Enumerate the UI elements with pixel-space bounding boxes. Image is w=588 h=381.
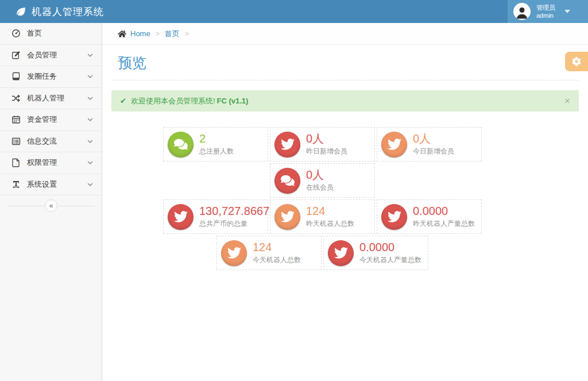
user-role: 管理员: [536, 3, 555, 11]
page-title: 预览: [111, 45, 579, 80]
sidebar-item-label: 系统设置: [27, 179, 57, 190]
breadcrumb-separator: >: [185, 30, 189, 38]
avatar: [513, 3, 531, 20]
chevron-down-icon: [87, 95, 94, 102]
home-icon: [118, 30, 126, 38]
user-menu[interactable]: 管理员 admin: [508, 0, 588, 23]
chevron-down-icon: [87, 138, 94, 145]
stat-card: 0.0000昨天机器人产量总数: [377, 199, 482, 234]
chevron-down-icon: [87, 73, 94, 80]
sidebar-item-7[interactable]: 权限管理: [0, 152, 102, 174]
twitter-icon: [274, 204, 300, 230]
stat-value: 0人: [306, 168, 334, 181]
sidebar-collapse-row: «: [0, 195, 102, 217]
chevron-down-icon: [87, 181, 94, 188]
edit-icon: [11, 51, 21, 60]
stat-row: 2总注册人数0人昨日新增会员0人今日新增会员: [163, 127, 588, 163]
gear-icon: [572, 57, 581, 66]
stat-card: 0人昨日新增会员: [270, 127, 375, 161]
stat-label: 今日新增会员: [413, 147, 454, 156]
stat-value: 124: [253, 241, 301, 253]
stat-row: 124今天机器人总数0.0000今天机器人产量总数: [216, 236, 588, 272]
person-icon: [515, 6, 529, 20]
stat-label: 在线会员: [306, 183, 334, 193]
sidebar-menu: 首页会员管理发圈任务机器人管理资金管理信息交流权限管理系统设置: [0, 23, 102, 195]
sidebar: 首页会员管理发圈任务机器人管理资金管理信息交流权限管理系统设置 «: [0, 23, 102, 381]
text-width-icon: [11, 180, 21, 189]
sidebar-item-label: 权限管理: [27, 157, 57, 168]
chevron-down-icon: [87, 52, 94, 59]
calendar-icon: [11, 115, 21, 124]
app-title: 机器人管理系统: [32, 5, 104, 18]
comments-icon: [274, 168, 300, 194]
alert-message: 欢迎使用本会员管理系统!FC (v1.1): [131, 96, 249, 106]
breadcrumb-separator: >: [156, 30, 160, 38]
sidebar-item-label: 信息交流: [27, 136, 57, 147]
sidebar-item-label: 首页: [27, 28, 42, 39]
twitter-icon: [381, 204, 407, 230]
stat-value: 124: [306, 205, 354, 217]
stat-label: 昨天机器人总数: [306, 219, 354, 229]
shuffle-icon: [11, 94, 21, 103]
user-info: 管理员 admin: [536, 3, 555, 20]
twitter-icon: [381, 132, 407, 157]
stat-value: 0.0000: [413, 205, 475, 217]
sidebar-item-5[interactable]: 资金管理: [0, 109, 102, 131]
stat-value: 130,727.8667: [199, 205, 268, 217]
sidebar-item-label: 会员管理: [27, 50, 57, 60]
welcome-alert: ✔ 欢迎使用本会员管理系统!FC (v1.1) ×: [111, 90, 579, 111]
stat-row: 130,727.8667总共产币的总量124昨天机器人总数0.0000昨天机器人…: [163, 199, 588, 236]
caret-down-icon: [564, 10, 570, 13]
leaf-icon: [16, 7, 26, 17]
alert-close-button[interactable]: ×: [564, 96, 570, 106]
sidebar-item-2[interactable]: 会员管理: [0, 45, 102, 67]
stat-label: 今天机器人总数: [253, 255, 301, 265]
stat-card: 124今天机器人总数: [216, 236, 322, 270]
stat-row: 0人在线会员: [270, 163, 588, 199]
breadcrumb-section-link[interactable]: 首页: [165, 29, 180, 39]
sidebar-item-label: 机器人管理: [27, 93, 64, 103]
settings-toggle-button[interactable]: [565, 52, 588, 71]
sidebar-item-3[interactable]: 发圈任务: [0, 66, 102, 88]
stat-label: 总注册人数: [199, 147, 234, 156]
check-icon: ✔: [120, 97, 126, 105]
breadcrumb: Home > 首页 >: [102, 23, 588, 45]
stat-label: 昨日新增会员: [306, 147, 347, 156]
book-icon: [11, 72, 21, 81]
sidebar-item-4[interactable]: 机器人管理: [0, 88, 102, 110]
stat-card: 0人在线会员: [270, 163, 375, 198]
file-icon: [11, 158, 21, 167]
app-logo: 机器人管理系统: [0, 0, 104, 23]
breadcrumb-home-link[interactable]: Home: [118, 29, 150, 38]
stats: 2总注册人数0人昨日新增会员0人今日新增会员0人在线会员130,727.8667…: [163, 127, 588, 272]
stat-value: 2: [199, 132, 234, 145]
app-header: 机器人管理系统 管理员 admin: [0, 0, 588, 23]
stat-value: 0人: [306, 132, 347, 145]
stat-label: 今天机器人产量总数: [359, 255, 421, 265]
twitter-icon: [221, 240, 247, 266]
stat-label: 昨天机器人产量总数: [413, 219, 475, 229]
twitter-icon: [328, 240, 354, 266]
user-name: admin: [536, 11, 555, 20]
sidebar-collapse-button[interactable]: «: [45, 199, 57, 212]
stat-card: 0.0000今天机器人产量总数: [323, 236, 428, 270]
sidebar-item-6[interactable]: 信息交流: [0, 131, 102, 153]
twitter-icon: [274, 132, 300, 157]
list-icon: [11, 137, 21, 146]
sidebar-item-8[interactable]: 系统设置: [0, 174, 102, 196]
alert-version: FC (v1.1): [217, 97, 249, 105]
chevron-down-icon: [87, 116, 94, 123]
dashboard-icon: [11, 29, 21, 38]
stat-value: 0.0000: [359, 241, 421, 253]
stat-card: 0人今日新增会员: [377, 127, 482, 161]
sidebar-item-label: 发圈任务: [27, 71, 57, 82]
chevron-down-icon: [87, 159, 94, 166]
breadcrumb-home-label: Home: [130, 29, 150, 38]
stat-value: 0人: [413, 132, 454, 145]
twitter-icon: [168, 204, 194, 230]
comments-icon: [168, 132, 194, 157]
stat-card: 130,727.8667总共产币的总量: [163, 199, 268, 234]
sidebar-item-1[interactable]: 首页: [0, 23, 102, 45]
sidebar-item-label: 资金管理: [27, 114, 57, 125]
main-content: Home > 首页 > 预览 ✔ 欢迎使用本会员管理系统!FC (v1.1) ×…: [102, 23, 588, 381]
